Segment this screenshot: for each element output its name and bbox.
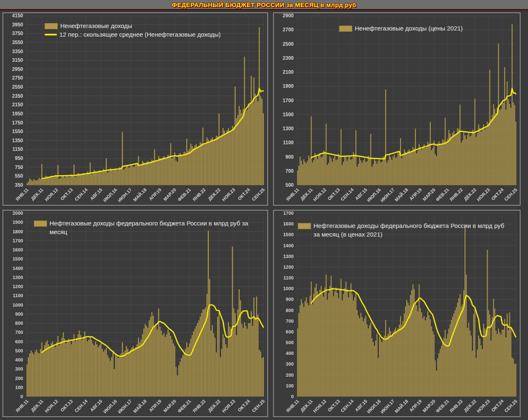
- svg-text:ИЮН.17: ИЮН.17: [117, 399, 133, 415]
- svg-text:400: 400: [286, 351, 294, 356]
- legend-label: Нефтегазовые доходы федерального бюджета…: [50, 219, 267, 236]
- svg-text:ДЕК.22: ДЕК.22: [463, 399, 477, 413]
- legend-row-bars: Ненефтегазовые доходы: [45, 21, 221, 30]
- svg-text:СЕН.25: СЕН.25: [251, 187, 266, 202]
- bar-series-swatch: [298, 223, 311, 229]
- svg-text:НОЯ.23: НОЯ.23: [221, 187, 236, 202]
- svg-text:МАЙ.18: МАЙ.18: [132, 399, 147, 414]
- svg-text:НОЯ.23: НОЯ.23: [476, 187, 490, 202]
- svg-text:700: 700: [285, 168, 294, 174]
- svg-text:4150: 4150: [12, 13, 23, 19]
- svg-text:750: 750: [15, 164, 23, 170]
- svg-text:ДЕК.22: ДЕК.22: [463, 187, 477, 202]
- x-axis-labels: ЯНВ.11ДЕК.11НОЯ.12ОКТ.13СЕН.14АВГ.15ИЮЛ.…: [14, 187, 265, 203]
- legend-nonoilgas-real: Ненефтегазовые доходы (цены 2021): [339, 24, 463, 33]
- svg-text:НОЯ.12: НОЯ.12: [312, 399, 327, 413]
- svg-text:950: 950: [15, 155, 23, 161]
- svg-text:НОЯ.12: НОЯ.12: [312, 187, 327, 202]
- legend-label: Нефтегазовые доходы федерального бюджета…: [314, 221, 508, 239]
- svg-text:ЯНВ.22: ЯНВ.22: [449, 399, 464, 413]
- svg-text:1600: 1600: [12, 247, 23, 252]
- svg-text:2550: 2550: [12, 84, 23, 90]
- svg-text:2900: 2900: [283, 13, 294, 19]
- svg-text:ОКТ.24: ОКТ.24: [490, 187, 505, 201]
- svg-text:СЕН.25: СЕН.25: [503, 187, 518, 202]
- svg-text:АВГ.15: АВГ.15: [89, 187, 103, 201]
- y-axis-labels: 3505507509501150135015501750195021502350…: [12, 13, 23, 188]
- svg-text:СЕН.14: СЕН.14: [339, 187, 354, 202]
- svg-text:МАР.20: МАР.20: [163, 399, 177, 413]
- svg-text:1700: 1700: [283, 211, 294, 216]
- svg-text:2350: 2350: [12, 93, 23, 99]
- svg-text:МАЙ.18: МАЙ.18: [394, 187, 409, 202]
- svg-text:600: 600: [286, 329, 294, 334]
- y-axis-labels: 0100200300400500600700800900100011001200…: [283, 211, 294, 399]
- svg-text:350: 350: [15, 182, 23, 188]
- svg-text:700: 700: [15, 330, 23, 335]
- y-axis-labels: 0100200300400500600700800900100011001200…: [12, 211, 23, 399]
- svg-text:АПР.19: АПР.19: [408, 187, 422, 201]
- legend-row-ma-line: 12 пер.: скользящее среднее (Ненефтегазо…: [45, 30, 221, 39]
- svg-text:ЯНВ.11: ЯНВ.11: [285, 399, 300, 413]
- svg-text:800: 800: [286, 308, 294, 313]
- svg-text:600: 600: [15, 339, 23, 344]
- svg-text:2750: 2750: [12, 75, 23, 81]
- svg-text:ЯНВ.22: ЯНВ.22: [449, 187, 464, 202]
- svg-text:2000: 2000: [12, 211, 23, 216]
- svg-text:1300: 1300: [283, 126, 294, 131]
- svg-text:ОКТ.24: ОКТ.24: [237, 398, 251, 413]
- svg-text:НОЯ.23: НОЯ.23: [221, 399, 236, 413]
- svg-text:3350: 3350: [12, 49, 23, 54]
- svg-text:1200: 1200: [283, 265, 294, 270]
- svg-text:1000: 1000: [283, 286, 294, 291]
- svg-text:2950: 2950: [12, 66, 23, 72]
- svg-text:ИЮЛ.16: ИЮЛ.16: [102, 399, 118, 414]
- svg-text:800: 800: [15, 321, 23, 326]
- svg-text:550: 550: [15, 173, 23, 179]
- svg-text:АВГ.15: АВГ.15: [89, 399, 103, 413]
- svg-text:ФЕВ.21: ФЕВ.21: [177, 399, 192, 414]
- svg-text:ЯНВ.22: ЯНВ.22: [191, 399, 206, 413]
- svg-text:0: 0: [21, 394, 23, 399]
- svg-text:100: 100: [15, 385, 23, 390]
- svg-text:МАЙ.18: МАЙ.18: [132, 187, 147, 202]
- svg-text:1350: 1350: [12, 138, 23, 143]
- svg-text:2150: 2150: [12, 102, 23, 108]
- page-title: ФЕДЕРАЛЬНЫЙ БЮДЖЕТ РОССИИ за МЕСЯЦ в млр…: [172, 1, 356, 8]
- svg-text:3150: 3150: [12, 57, 23, 63]
- svg-text:ИЮЛ.16: ИЮЛ.16: [366, 187, 382, 203]
- svg-text:1700: 1700: [283, 98, 294, 103]
- oilgas-real-chart: 0100200300400500600700800900100011001200…: [274, 211, 520, 416]
- svg-text:ЯНВ.22: ЯНВ.22: [191, 187, 206, 202]
- svg-text:1900: 1900: [283, 83, 294, 89]
- svg-text:ИЮЛ.16: ИЮЛ.16: [102, 187, 118, 203]
- svg-text:1400: 1400: [12, 266, 23, 271]
- svg-text:1300: 1300: [283, 254, 294, 259]
- svg-text:АПР.19: АПР.19: [148, 187, 162, 201]
- svg-text:НОЯ.12: НОЯ.12: [44, 399, 59, 413]
- svg-text:ОКТ.24: ОКТ.24: [490, 398, 505, 413]
- svg-text:ДЕК.11: ДЕК.11: [299, 187, 314, 201]
- oilgas-nominal-chart: 0100200300400500600700800900100011001200…: [3, 211, 267, 416]
- svg-text:ФЕВ.21: ФЕВ.21: [177, 187, 192, 202]
- svg-text:1800: 1800: [12, 229, 23, 234]
- svg-text:1300: 1300: [12, 275, 23, 280]
- svg-text:1100: 1100: [283, 275, 294, 280]
- svg-text:1400: 1400: [283, 243, 294, 248]
- svg-text:СЕН.14: СЕН.14: [339, 398, 354, 413]
- svg-text:1550: 1550: [12, 129, 23, 134]
- legend-label: 12 пер.: скользящее среднее (Ненефтегазо…: [59, 30, 221, 39]
- svg-text:1000: 1000: [12, 303, 23, 307]
- legend-oilgas-nominal: Нефтегазовые доходы федерального бюджета…: [34, 219, 267, 236]
- svg-text:ДЕК.11: ДЕК.11: [299, 399, 314, 413]
- title-bar: ФЕДЕРАЛЬНЫЙ БЮДЖЕТ РОССИИ за МЕСЯЦ в млр…: [0, 0, 528, 9]
- svg-text:300: 300: [286, 361, 294, 366]
- chart-panel-oilgas-nominal: 0100200300400500600700800900100011001200…: [2, 210, 268, 417]
- charts-grid: 3505507509501150135015501750195021502350…: [0, 10, 528, 419]
- svg-text:700: 700: [286, 319, 294, 324]
- bar-series-swatch: [45, 23, 58, 29]
- bar-series-swatch: [34, 221, 47, 227]
- svg-text:1500: 1500: [283, 232, 294, 237]
- svg-text:ОКТ.13: ОКТ.13: [327, 399, 341, 413]
- svg-text:ЯНВ.11: ЯНВ.11: [285, 187, 300, 202]
